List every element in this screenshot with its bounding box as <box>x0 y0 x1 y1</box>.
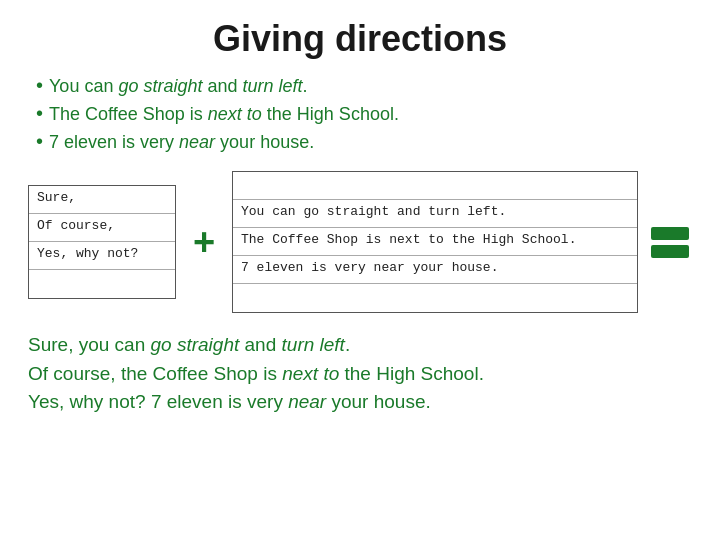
left-row-1: Sure, <box>29 186 175 214</box>
plus-icon: + <box>186 221 222 264</box>
bullet-text-3: 7 eleven is very near your house. <box>49 132 314 153</box>
right-row-2: You can go straight and turn left. <box>233 200 637 228</box>
result-line-3: Yes, why not? 7 eleven is very near your… <box>28 388 692 417</box>
italic-4: near <box>179 132 215 152</box>
italic-3: next to <box>208 104 262 124</box>
page: Giving directions You can go straight an… <box>0 0 720 540</box>
bullet-list: You can go straight and turn left. The C… <box>28 74 692 153</box>
combination-section: Sure, Of course, Yes, why not? + You can… <box>28 171 692 313</box>
right-row-3: The Coffee Shop is next to the High Scho… <box>233 228 637 256</box>
bullet-text-2: The Coffee Shop is next to the High Scho… <box>49 104 399 125</box>
left-row-4 <box>29 270 175 298</box>
left-box: Sure, Of course, Yes, why not? <box>28 185 176 299</box>
bullet-item-2: The Coffee Shop is next to the High Scho… <box>36 102 692 125</box>
italic-1: go straight <box>118 76 202 96</box>
bullet-text-1: You can go straight and turn left. <box>49 76 308 97</box>
bullet-item-3: 7 eleven is very near your house. <box>36 130 692 153</box>
right-row-4: 7 eleven is very near your house. <box>233 256 637 284</box>
equals-bar-top <box>651 227 689 240</box>
left-row-2: Of course, <box>29 214 175 242</box>
result-italic-4: near <box>288 391 326 412</box>
result-italic-2: turn left <box>282 334 345 355</box>
result-italic-3: next to <box>282 363 339 384</box>
right-row-1 <box>233 172 637 200</box>
equals-bar-bottom <box>651 245 689 258</box>
result-text: Sure, you can go straight and turn left.… <box>28 331 692 417</box>
page-title: Giving directions <box>28 18 692 60</box>
result-line-1: Sure, you can go straight and turn left. <box>28 331 692 360</box>
italic-2: turn left <box>243 76 303 96</box>
result-line-2: Of course, the Coffee Shop is next to th… <box>28 360 692 389</box>
equals-icon <box>648 227 692 258</box>
right-row-5 <box>233 284 637 312</box>
result-italic-1: go straight <box>151 334 240 355</box>
left-row-3: Yes, why not? <box>29 242 175 270</box>
right-box: You can go straight and turn left. The C… <box>232 171 638 313</box>
bullet-item-1: You can go straight and turn left. <box>36 74 692 97</box>
